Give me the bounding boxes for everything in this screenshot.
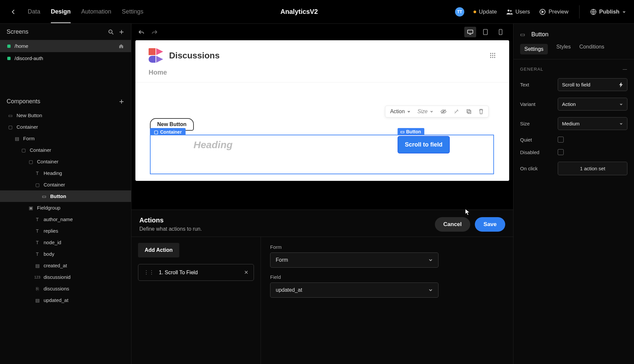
bolt-icon[interactable] bbox=[619, 82, 623, 87]
tree-field[interactable]: Tauthor_name bbox=[0, 214, 131, 225]
users-icon bbox=[506, 9, 513, 15]
tab-data[interactable]: Data bbox=[28, 0, 40, 23]
tree-button-selected[interactable]: ▭Button bbox=[0, 190, 131, 202]
add-component-icon[interactable] bbox=[119, 99, 124, 105]
remove-action-icon[interactable]: ✕ bbox=[244, 269, 248, 276]
field-field-label: Field bbox=[270, 274, 439, 280]
variant-select[interactable]: Action bbox=[390, 109, 410, 115]
preview-button[interactable]: Preview bbox=[539, 9, 568, 15]
users-button[interactable]: Users bbox=[506, 9, 530, 15]
save-button[interactable]: Save bbox=[475, 217, 505, 232]
tree-field[interactable]: ▤created_at bbox=[0, 260, 131, 271]
tree-fieldgroup[interactable]: ▣Fieldgroup bbox=[0, 202, 131, 214]
tree-form[interactable]: ▤Form bbox=[0, 133, 131, 144]
tree-label: body bbox=[44, 251, 54, 257]
update-button[interactable]: Update bbox=[474, 9, 497, 15]
onclick-actions-button[interactable]: 1 action set bbox=[558, 162, 627, 175]
field-select[interactable]: updated_at bbox=[270, 282, 439, 298]
chevron-down-icon bbox=[619, 122, 623, 126]
tree-heading[interactable]: THeading bbox=[0, 167, 131, 179]
rtab-settings[interactable]: Settings bbox=[520, 44, 548, 54]
rtab-styles[interactable]: Styles bbox=[556, 44, 571, 54]
field-select-value: updated_at bbox=[276, 287, 302, 293]
users-label: Users bbox=[515, 9, 530, 15]
avatar[interactable]: TT bbox=[455, 7, 464, 17]
publish-label: Publish bbox=[599, 9, 619, 15]
quiet-checkbox[interactable] bbox=[558, 137, 564, 143]
tree-container[interactable]: ▢Container bbox=[0, 144, 131, 156]
add-action-button[interactable]: Add Action bbox=[138, 243, 179, 257]
tree-field[interactable]: Tbody bbox=[0, 248, 131, 260]
home-icon bbox=[119, 44, 124, 49]
tree-container[interactable]: ▢Container bbox=[0, 156, 131, 167]
tree-label: replies bbox=[44, 228, 58, 234]
canvas[interactable]: Discussions Home Action Size New Button … bbox=[135, 40, 509, 181]
tree-new-button[interactable]: ▭New Button bbox=[0, 110, 131, 121]
publish-button[interactable]: Publish bbox=[590, 9, 626, 15]
element-floating-toolbar: Action Size bbox=[385, 106, 489, 117]
prop-onclick-label: On click bbox=[520, 166, 553, 171]
size-select[interactable]: Size bbox=[417, 109, 434, 115]
tree-label: created_at bbox=[44, 263, 67, 268]
canvas-apps-icon[interactable] bbox=[489, 52, 496, 59]
screen-home[interactable]: /home bbox=[0, 40, 131, 52]
screen-discord-auth[interactable]: /discord-auth bbox=[0, 52, 131, 64]
button-tag[interactable]: ▭Button bbox=[398, 128, 424, 135]
left-panel: Screens /home /discord-auth Components ▭… bbox=[0, 24, 131, 364]
tab-settings[interactable]: Settings bbox=[122, 0, 143, 23]
text-icon: T bbox=[34, 228, 40, 234]
disabled-checkbox[interactable] bbox=[558, 149, 564, 155]
tree-label: Container bbox=[37, 159, 58, 164]
add-screen-icon[interactable] bbox=[119, 29, 124, 35]
search-screens-icon[interactable] bbox=[108, 29, 114, 35]
tree-field[interactable]: ⎘discussions bbox=[0, 283, 131, 294]
divider bbox=[135, 82, 509, 83]
tree-field[interactable]: ▤updated_at bbox=[0, 294, 131, 306]
redo-button[interactable] bbox=[151, 29, 158, 35]
section-general: GENERAL bbox=[520, 67, 544, 72]
date-icon: ▤ bbox=[34, 298, 40, 303]
tab-automation[interactable]: Automation bbox=[81, 0, 111, 23]
drag-handle-icon[interactable]: ⋮⋮ bbox=[144, 269, 154, 276]
tree-container[interactable]: ▢Container bbox=[0, 121, 131, 133]
tree-field[interactable]: 123discussionid bbox=[0, 271, 131, 283]
heading-placeholder[interactable]: Heading bbox=[194, 139, 232, 150]
right-panel: ▭ Button Settings Styles Conditions GENE… bbox=[513, 24, 634, 364]
tree-field[interactable]: Treplies bbox=[0, 225, 131, 237]
back-button[interactable] bbox=[8, 7, 18, 17]
screens-title: Screens bbox=[7, 28, 28, 35]
components-title: Components bbox=[7, 98, 40, 105]
container-icon: ▢ bbox=[20, 148, 26, 153]
rtab-conditions[interactable]: Conditions bbox=[579, 44, 604, 54]
text-input[interactable]: Scroll to field bbox=[558, 78, 627, 91]
canvas-scroll-button[interactable]: Scroll to field bbox=[398, 136, 450, 153]
variant-value: Action bbox=[562, 101, 576, 107]
size-select[interactable]: Medium bbox=[558, 117, 627, 130]
form-select[interactable]: Form bbox=[270, 252, 439, 268]
size-value: Medium bbox=[562, 121, 580, 126]
tree-field[interactable]: Tnode_id bbox=[0, 237, 131, 248]
tree-container[interactable]: ▢Container bbox=[0, 179, 131, 190]
duplicate-icon[interactable] bbox=[466, 109, 472, 115]
status-dot-icon bbox=[7, 57, 11, 60]
tab-design[interactable]: Design bbox=[51, 0, 71, 23]
breadcrumb[interactable]: Home bbox=[135, 67, 509, 82]
button-icon: ▭ bbox=[7, 113, 13, 118]
device-mobile[interactable] bbox=[495, 27, 507, 37]
form-field-label: Form bbox=[270, 244, 439, 250]
actions-subtitle: Define what actions to run. bbox=[139, 226, 202, 232]
magic-icon[interactable] bbox=[453, 109, 459, 115]
undo-button[interactable] bbox=[138, 29, 145, 35]
variant-select[interactable]: Action bbox=[558, 98, 627, 111]
action-item[interactable]: ⋮⋮ 1. Scroll To Field ✕ bbox=[138, 264, 254, 281]
collapse-icon[interactable]: — bbox=[623, 67, 627, 72]
device-tablet[interactable] bbox=[479, 27, 491, 37]
cancel-button[interactable]: Cancel bbox=[435, 217, 471, 232]
divider bbox=[579, 5, 580, 18]
element-type-label: Button bbox=[531, 31, 548, 38]
status-dot-icon bbox=[7, 45, 11, 48]
delete-icon[interactable] bbox=[478, 109, 484, 115]
device-desktop[interactable] bbox=[464, 27, 476, 37]
visibility-icon[interactable] bbox=[440, 109, 447, 114]
svg-point-12 bbox=[492, 55, 493, 56]
